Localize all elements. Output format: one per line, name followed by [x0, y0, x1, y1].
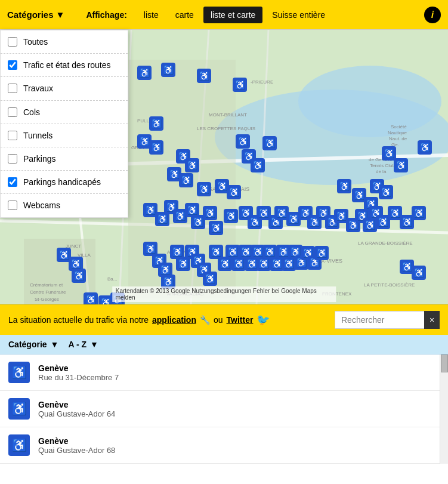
twitter-icon: 🐦: [257, 313, 270, 326]
map-wc-icon[interactable]: [236, 134, 250, 149]
list-item-icon: ♿: [8, 434, 30, 456]
map-wc-icon[interactable]: [412, 206, 426, 220]
nav-liste[interactable]: liste: [137, 7, 166, 23]
svg-text:Tennis Club: Tennis Club: [370, 163, 395, 168]
svg-text:Ba...: Ba...: [107, 276, 117, 282]
list-item-text: Genève Rue du 31-Décembre 7: [38, 363, 431, 382]
main-area: Toutes Trafic et état des routes Travaux…: [0, 30, 448, 304]
list-items: ♿ Genève Rue du 31-Décembre 7 ♿ Genève Q…: [0, 354, 448, 464]
label-cols: Cols: [23, 107, 40, 118]
nav-carte[interactable]: carte: [168, 7, 201, 23]
map-wc-icon[interactable]: [337, 179, 351, 193]
svg-text:-PRIEURE: -PRIEURE: [251, 79, 273, 85]
list-item-icon: ♿: [8, 362, 30, 383]
nav-suisse-entiere[interactable]: Suisse entière: [265, 7, 332, 23]
map-wc-icon[interactable]: [376, 215, 390, 229]
list-item[interactable]: ♿ Genève Quai Gustave-Ador 64: [0, 391, 448, 427]
list-item-subtitle: Rue du 31-Décembre 7: [38, 373, 431, 382]
twitter-link[interactable]: Twitter: [227, 315, 254, 325]
map-wc-icon[interactable]: [161, 63, 175, 77]
label-trafic: Trafic et état des routes: [23, 60, 111, 70]
map-wc-icon[interactable]: [412, 266, 426, 280]
list-item-text: Genève Quai Gustave-Ador 68: [38, 436, 431, 455]
map-wc-icon[interactable]: [314, 246, 329, 260]
map-wc-icon[interactable]: [203, 206, 217, 220]
info-text-middle: ou: [214, 315, 223, 325]
svg-text:LES CROPETTES PAQUIS: LES CROPETTES PAQUIS: [197, 126, 255, 131]
checkbox-webcams[interactable]: [8, 201, 17, 210]
filter-toutes[interactable]: Toutes: [1, 30, 128, 54]
app-link[interactable]: application: [152, 315, 196, 325]
categories-button[interactable]: Catégories ▼: [7, 10, 64, 20]
nav-liste-et-carte[interactable]: liste et carte: [203, 7, 262, 23]
list-item-title: Genève: [38, 363, 431, 373]
list-item-text: Genève Quai Gustave-Ador 64: [38, 400, 431, 418]
svg-text:Crématorium et: Crématorium et: [30, 282, 63, 288]
svg-text:Société: Société: [391, 124, 407, 130]
map-wc-icon[interactable]: [179, 173, 193, 187]
list-item[interactable]: ♿ Genève Quai Gustave-Ador 68: [0, 427, 448, 464]
checkbox-cols[interactable]: [8, 107, 17, 117]
map-wc-icon[interactable]: [394, 158, 408, 172]
map-wc-icon[interactable]: [233, 78, 247, 92]
az-sort-button[interactable]: A - Z ▼: [68, 340, 98, 349]
search-clear-button[interactable]: ×: [424, 311, 440, 329]
map-attribution: Kartendaten © 2013 Google Nutzungsbeding…: [112, 286, 336, 302]
svg-text:Naut. de: Naut. de: [389, 136, 407, 141]
label-toutes: Toutes: [23, 36, 48, 47]
list-item-title: Genève: [38, 436, 431, 446]
checkbox-trafic[interactable]: [8, 60, 17, 70]
checkbox-parkings-handicapes[interactable]: [8, 177, 17, 187]
svg-text:LA GRANDE-BOISSIÈRE: LA GRANDE-BOISSIÈRE: [358, 241, 413, 246]
app-emoji: 🔧: [200, 315, 210, 325]
map-wc-icon[interactable]: [203, 272, 217, 286]
map-wc-icon[interactable]: [149, 140, 163, 155]
map-wc-icon[interactable]: [84, 292, 98, 304]
map-wc-icon[interactable]: [197, 182, 211, 196]
checkbox-tunnels[interactable]: [8, 131, 17, 140]
filter-bar: Catégorie ▼ A - Z ▼: [0, 335, 448, 354]
categories-label: Catégories: [7, 10, 54, 20]
map-wc-icon[interactable]: [185, 158, 199, 172]
label-parkings-handicapes: Parkings handicapés: [23, 177, 101, 187]
filter-parkings-handicapes[interactable]: Parkings handicapés: [1, 171, 128, 194]
map-wc-icon[interactable]: [227, 185, 241, 199]
category-filter-button[interactable]: Catégorie ▼: [8, 340, 58, 349]
filter-trafic[interactable]: Trafic et état des routes: [1, 54, 128, 77]
checkbox-parkings[interactable]: [8, 154, 17, 164]
filter-travaux[interactable]: Travaux: [1, 77, 128, 100]
checkbox-travaux[interactable]: [8, 84, 17, 93]
scrollbar-thumb[interactable]: [441, 354, 448, 372]
search-input[interactable]: [335, 311, 424, 329]
search-area: ×: [335, 311, 440, 329]
svg-text:Centre Funéraire: Centre Funéraire: [30, 289, 66, 295]
filter-cols[interactable]: Cols: [1, 101, 128, 124]
scrollbar[interactable]: [440, 354, 448, 464]
map-wc-icon[interactable]: [72, 269, 86, 283]
map-wc-icon[interactable]: [262, 136, 277, 150]
map-wc-icon[interactable]: [149, 116, 163, 131]
map-wc-icon[interactable]: [137, 66, 152, 80]
display-nav: liste carte liste et carte Suisse entièr…: [137, 7, 332, 23]
checkbox-toutes[interactable]: [8, 37, 17, 47]
filter-tunnels[interactable]: Tunnels: [1, 124, 128, 147]
info-icon[interactable]: i: [424, 7, 441, 23]
filter-webcams[interactable]: Webcams: [1, 194, 128, 217]
svg-text:de la: de la: [376, 169, 387, 174]
categories-dropdown: Toutes Trafic et état des routes Travaux…: [0, 30, 128, 218]
svg-text:LA PETITE-BOISSIÈRE: LA PETITE-BOISSIÈRE: [364, 282, 415, 288]
info-bar: La situation actuelle du trafic via notr…: [0, 304, 448, 335]
list-item[interactable]: ♿ Genève Rue du 31-Décembre 7: [0, 354, 448, 391]
map-wc-icon[interactable]: [197, 69, 211, 83]
map-wc-icon[interactable]: [209, 221, 223, 235]
map-wc-icon[interactable]: [224, 209, 238, 223]
category-filter-label: Catégorie: [8, 340, 47, 349]
filter-parkings[interactable]: Parkings: [1, 147, 128, 171]
svg-text:Nautique: Nautique: [388, 130, 407, 135]
label-webcams: Webcams: [23, 200, 60, 211]
map-wc-icon[interactable]: [251, 158, 265, 172]
label-tunnels: Tunnels: [23, 130, 52, 141]
map-wc-icon[interactable]: [379, 185, 393, 199]
map-wc-icon[interactable]: [418, 140, 432, 155]
svg-text:PULLI: PULLI: [137, 118, 150, 124]
